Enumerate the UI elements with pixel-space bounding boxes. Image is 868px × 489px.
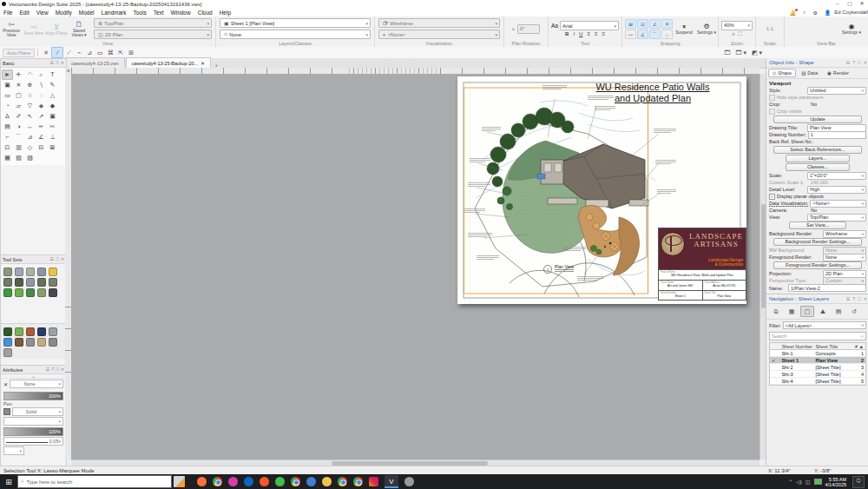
basic-tool-icon-42[interactable]: ▨ (24, 153, 36, 163)
taskbar-icon-chrome-3[interactable] (353, 477, 363, 486)
basic-tool-icon-18[interactable]: ◈ (36, 101, 47, 111)
menu-icon[interactable]: ☰ (846, 60, 850, 66)
align-center-icon[interactable]: ≡ (595, 31, 598, 36)
menu-item-edit[interactable]: Edit (16, 10, 32, 16)
snap-toggle-6[interactable]: ⌒ (649, 30, 661, 39)
basic-tool-icon-3[interactable]: ⌕ (36, 69, 47, 80)
snap-toggle-1[interactable]: ⊡ (637, 19, 648, 29)
align-left-icon[interactable]: ≡ (587, 31, 590, 36)
pen-style-dropdown[interactable]: Solid▾ (12, 407, 63, 416)
style-dropdown[interactable]: Untitled▾ (807, 87, 866, 95)
tool-set-icon-9[interactable] (47, 276, 58, 287)
snap-toggle-3[interactable]: ✕ (661, 19, 673, 29)
close-tab-icon[interactable]: ✕ (201, 61, 205, 66)
sheet-page[interactable]: 1 Plan View WU Residence Patio Walls and… (457, 76, 746, 304)
battery-icon[interactable] (814, 479, 822, 485)
tool-set-icon-0[interactable] (2, 266, 13, 276)
no-fill-icon[interactable]: ✕ (3, 381, 8, 387)
basic-tool-icon-22[interactable]: ↖ (24, 111, 36, 122)
pin-icon[interactable]: ⏍ (858, 60, 861, 66)
tool-set-icon-7[interactable] (24, 276, 36, 287)
tool-set-extra-icon-6[interactable] (13, 336, 24, 347)
maximize-button[interactable]: ▢ (844, 0, 856, 8)
data-visualization-dropdown[interactable]: <None>▾ (810, 200, 866, 208)
layers-button[interactable]: Layers... (786, 155, 850, 162)
notification-center-icon[interactable]: 🗨 (852, 476, 865, 488)
object-info-tab-data[interactable]: ▤Data (797, 69, 822, 77)
basic-tool-icon-36[interactable]: ▥ (13, 142, 24, 153)
tool-set-extra-icon-9[interactable] (47, 336, 58, 347)
view-dropdown[interactable]: Top/Plan▾ (807, 214, 866, 221)
align-right-icon[interactable]: ≡ (602, 31, 605, 36)
basic-tool-icon-32[interactable]: ⊿ (24, 132, 36, 142)
suspend-snapping-button[interactable]: ⏸Suspend (673, 23, 695, 35)
tool-set-extra-icon-1[interactable] (13, 326, 24, 336)
document-tab-0[interactable]: casestudy4-13-25.vwx (65, 57, 125, 68)
menu-icon[interactable]: ☰ (846, 296, 850, 302)
set-view-button[interactable]: Set View... (789, 221, 846, 229)
pin-icon[interactable]: ⏍ (56, 60, 59, 66)
menu-item-landmark[interactable]: Landmark (98, 10, 130, 16)
mode-icon-6[interactable]: ⌘ (105, 48, 115, 57)
basic-tool-icon-35[interactable]: ⊡ (2, 142, 13, 153)
menu-item-help[interactable]: Help (216, 10, 234, 16)
taskbar-icon-chrome-profile[interactable] (291, 477, 300, 486)
basic-tool-icon-26[interactable]: ◑ (13, 122, 24, 132)
help-icon[interactable]: ? (51, 367, 54, 373)
basic-tool-icon-2[interactable]: ◠ (24, 69, 36, 80)
snap-toggle-0[interactable]: ⊞ (625, 19, 636, 29)
bold-button[interactable]: B (565, 31, 569, 36)
filter-dropdown[interactable]: <All Layers>▾ (783, 321, 866, 329)
close-icon[interactable]: ✕ (61, 367, 64, 373)
previous-view-button[interactable]: ⇦Previous View (0, 20, 23, 37)
tool-set-extra-icon-3[interactable] (36, 326, 47, 336)
basic-tool-icon-38[interactable]: ⊟ (36, 142, 47, 153)
tray-expand-icon[interactable]: ⌃ (788, 479, 792, 485)
basic-tool-icon-33[interactable]: ∠ (36, 132, 47, 142)
basic-tool-icon-29[interactable]: ✂ (47, 122, 58, 132)
snap-toggle-4[interactable]: ↦ (625, 30, 636, 39)
close-button[interactable]: ✕ (856, 0, 868, 8)
basic-tool-icon-7[interactable]: ⊕ (24, 80, 36, 90)
tool-set-icon-11[interactable] (13, 287, 24, 297)
object-info-header[interactable]: Object Info - Shape ☰?⏍✕ (766, 58, 868, 68)
underline-button[interactable]: U (579, 31, 582, 36)
basic-tool-icon-21[interactable]: ✐ (13, 111, 24, 122)
taskbar-icon-firefox[interactable] (197, 477, 207, 486)
mode-icon-2[interactable]: ⟋ (63, 48, 74, 57)
background-render-dropdown[interactable]: Wireframe▾ (823, 230, 866, 238)
view-mode-dropdown[interactable]: ≋Top/Plan▾ (94, 18, 212, 28)
object-info-tab-shape[interactable]: ◇Shape (768, 69, 796, 77)
taskbar-search-input[interactable]: ⌕ Type here to search (17, 475, 172, 488)
viewbar-settings-button[interactable]: ◉Settings ▾ (840, 23, 863, 35)
basic-tool-icon-23[interactable]: ↗ (36, 111, 47, 122)
pin-icon[interactable]: ⏍ (858, 296, 861, 302)
menu-item-cloud[interactable]: Cloud (194, 10, 216, 16)
search-highlight-image[interactable] (174, 476, 185, 487)
close-icon[interactable]: ✕ (864, 60, 867, 66)
basic-tool-icon-31[interactable]: ⌒ (13, 132, 24, 142)
object-info-tab-render[interactable]: ◉Render (823, 69, 853, 77)
user-name[interactable]: Ed Coykendall (834, 10, 868, 15)
sheet-layer-row-3[interactable]: Sht-3[Sheet Title]4 (770, 371, 865, 378)
mode-icon-3[interactable]: ⌁ (74, 48, 84, 57)
basic-tool-icon-34[interactable]: ⊥ (47, 132, 58, 142)
basic-tool-icon-40[interactable]: ▦ (2, 153, 13, 163)
tool-set-icon-13[interactable] (36, 287, 47, 297)
plan-rotation-input[interactable]: 0° (517, 24, 540, 34)
basic-tool-icon-25[interactable]: ▤ (2, 122, 13, 132)
fit-objects-icon[interactable]: ⌗ (732, 31, 734, 37)
tool-set-icon-3[interactable] (36, 266, 47, 276)
taskbar-icon-calculator[interactable] (306, 477, 316, 486)
name-input[interactable]: 1/Plan View-2 (788, 284, 866, 292)
tool-set-icon-12[interactable] (24, 287, 36, 297)
tool-set-extra-icon-5[interactable] (2, 336, 13, 347)
menu-icon[interactable]: ☰ (50, 256, 54, 262)
saved-views-button[interactable]: 🗋Saved Views ▾ (68, 20, 90, 37)
user-icon[interactable]: 👤 (825, 10, 832, 16)
taskbar-icon-todo-check[interactable] (275, 477, 285, 486)
sheet-layer-row-4[interactable]: Sht-4[Sheet Title]5 (770, 378, 865, 385)
foreground-render-settings-button[interactable]: Foreground Render Settings... (773, 261, 862, 269)
navigation-header[interactable]: Navigation - Sheet Layers ☰?⏍✕ (766, 294, 868, 304)
crop-visible-checkbox[interactable] (769, 109, 775, 115)
